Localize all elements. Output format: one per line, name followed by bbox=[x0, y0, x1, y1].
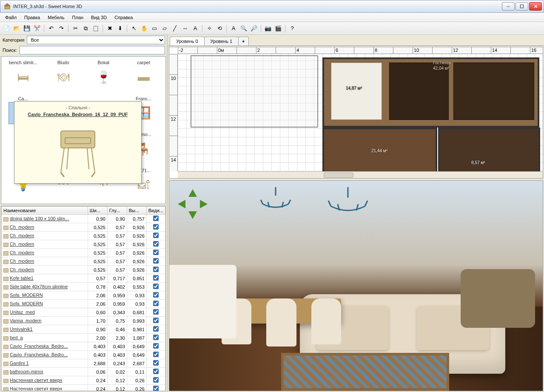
table-row[interactable]: Настенная светит вверх0,240,120,26 bbox=[2, 385, 165, 392]
wall-icon[interactable]: ▭ bbox=[150, 24, 159, 33]
nav-right-icon[interactable] bbox=[200, 200, 208, 208]
cut-icon[interactable]: ✂ bbox=[71, 24, 80, 33]
visibility-checkbox[interactable] bbox=[153, 352, 159, 357]
polyline-icon[interactable]: ╱ bbox=[170, 24, 179, 33]
visibility-checkbox[interactable] bbox=[153, 326, 159, 332]
visibility-checkbox[interactable] bbox=[153, 360, 159, 366]
column-header[interactable]: Види... bbox=[146, 207, 165, 215]
level-tab[interactable]: Уровень 1 bbox=[204, 37, 239, 45]
table-row[interactable]: Sofa_MODERN2,060,9590,93 bbox=[2, 291, 165, 300]
table-row[interactable]: Gardini 12,6880,2432,687 bbox=[2, 359, 165, 368]
visibility-checkbox[interactable] bbox=[153, 258, 159, 264]
plan-room[interactable] bbox=[438, 128, 540, 171]
table-row[interactable]: Side table 40x78cm slimline0,780,4020,55… bbox=[2, 283, 165, 291]
catalog-item[interactable]: Bokal🍷 bbox=[83, 58, 124, 94]
visibility-checkbox[interactable] bbox=[153, 250, 159, 255]
visibility-checkbox[interactable] bbox=[153, 275, 159, 281]
visibility-checkbox[interactable] bbox=[153, 216, 159, 221]
menu-Правка[interactable]: Правка bbox=[21, 14, 43, 21]
menu-Вид 3D[interactable]: Вид 3D bbox=[88, 14, 110, 21]
visibility-checkbox[interactable] bbox=[153, 386, 159, 391]
nav-left-icon[interactable] bbox=[178, 200, 185, 208]
table-row[interactable]: Ch_modern0,5250,570,926 bbox=[2, 232, 165, 240]
visibility-checkbox[interactable] bbox=[153, 267, 159, 272]
table-row[interactable]: Ch_modern0,5250,570,926 bbox=[2, 249, 165, 257]
visibility-checkbox[interactable] bbox=[153, 335, 159, 340]
open-file-icon[interactable]: 📂 bbox=[12, 24, 21, 33]
plan-outline[interactable] bbox=[191, 55, 318, 128]
table-row[interactable]: Umivalnik10,900,460,981 bbox=[2, 325, 165, 334]
text-icon[interactable]: A bbox=[191, 24, 200, 33]
plan-furniture[interactable] bbox=[331, 62, 382, 120]
search-input[interactable] bbox=[20, 46, 165, 54]
plan-view[interactable]: -20м246810121416 101214 Гостиная 42,04 м… bbox=[169, 47, 543, 179]
menu-План[interactable]: План bbox=[69, 14, 87, 21]
furniture-list[interactable]: НаименованиеШи...Глу...Вы...Види...dinin… bbox=[1, 206, 166, 391]
visibility-checkbox[interactable] bbox=[153, 241, 159, 247]
rotate-icon[interactable]: ⟲ bbox=[215, 24, 224, 33]
font-bold-icon[interactable]: A bbox=[229, 24, 238, 33]
room-icon[interactable]: ▱ bbox=[160, 24, 169, 33]
nav-up-icon[interactable] bbox=[188, 189, 197, 197]
furniture-catalog[interactable]: bench slimli...🛏Bludo🍽Bokal🍷carpet▬Ca...… bbox=[1, 56, 166, 204]
zoom-out-icon[interactable]: 🔎 bbox=[249, 24, 259, 33]
preferences-icon[interactable]: ✂️ bbox=[32, 24, 42, 33]
menu-Справка[interactable]: Справка bbox=[111, 14, 136, 21]
visibility-checkbox[interactable] bbox=[153, 369, 159, 374]
paste-icon[interactable]: 📋 bbox=[91, 24, 100, 33]
column-header[interactable]: Наименование bbox=[2, 207, 88, 215]
table-row[interactable]: Ch_modern0,5250,570,926 bbox=[2, 257, 165, 266]
table-row[interactable]: Ch_modern0,5250,570,926 bbox=[2, 266, 165, 274]
table-row[interactable]: Unitaz_med0,600,3430,681 bbox=[2, 308, 165, 317]
table-row[interactable]: Cavio_Francheska_Bedro...0,4030,4030,649 bbox=[2, 342, 165, 351]
visibility-checkbox[interactable] bbox=[153, 292, 159, 298]
compass-icon[interactable]: ✧ bbox=[205, 24, 214, 33]
visibility-checkbox[interactable] bbox=[153, 318, 159, 323]
table-row[interactable]: bed_a2,002,301,087 bbox=[2, 334, 165, 342]
table-row[interactable]: dining table 100 x 100 slim...0,900,900,… bbox=[2, 215, 165, 223]
copy-icon[interactable]: ⧉ bbox=[81, 24, 90, 33]
table-row[interactable]: Vanna_modern1,700,750,993 bbox=[2, 317, 165, 325]
plan-furniture[interactable] bbox=[389, 62, 449, 120]
nav-down-icon[interactable] bbox=[188, 211, 197, 219]
minimize-button[interactable]: ─ bbox=[502, 2, 515, 11]
select-icon[interactable]: ↖ bbox=[129, 24, 139, 33]
maximize-button[interactable]: ☐ bbox=[516, 2, 528, 11]
delete-icon[interactable]: ✖ bbox=[105, 24, 114, 33]
category-select[interactable]: Все bbox=[27, 36, 165, 44]
visibility-checkbox[interactable] bbox=[153, 343, 159, 349]
add-level-button[interactable]: + bbox=[238, 37, 248, 45]
camera-icon[interactable]: 📷 bbox=[263, 24, 273, 33]
catalog-item[interactable]: carpet▬ bbox=[124, 58, 164, 94]
catalog-item[interactable]: Bludo🍽 bbox=[43, 58, 84, 94]
undo-icon[interactable]: ↶ bbox=[46, 24, 56, 33]
table-row[interactable]: Kofe table10,570,7170,851 bbox=[2, 274, 165, 283]
dimension-icon[interactable]: ↔ bbox=[180, 24, 190, 33]
visibility-checkbox[interactable] bbox=[153, 233, 159, 238]
visibility-checkbox[interactable] bbox=[153, 224, 159, 230]
help-icon[interactable]: ? bbox=[288, 24, 297, 33]
redo-icon[interactable]: ↷ bbox=[57, 24, 66, 33]
column-header[interactable]: Вы... bbox=[127, 207, 146, 215]
3d-view[interactable] bbox=[169, 180, 543, 391]
video-icon[interactable]: 🎬 bbox=[273, 24, 283, 33]
column-header[interactable]: Глу... bbox=[107, 207, 127, 215]
zoom-in-icon[interactable]: 🔍 bbox=[239, 24, 248, 33]
table-row[interactable]: Ch_modern0,5250,570,926 bbox=[2, 223, 165, 232]
visibility-checkbox[interactable] bbox=[153, 309, 159, 315]
close-button[interactable]: ✕ bbox=[529, 2, 542, 11]
menu-Мебель[interactable]: Мебель bbox=[44, 14, 68, 21]
column-header[interactable]: Ши... bbox=[88, 207, 107, 215]
level-tab[interactable]: Уровень 0 bbox=[170, 37, 205, 45]
table-row[interactable]: Настенная светит вверх0,240,120,26 bbox=[2, 376, 165, 385]
pan-icon[interactable]: ✋ bbox=[140, 24, 149, 33]
table-row[interactable]: Cavio_Francheska_Bedro...0,4030,4030,649 bbox=[2, 351, 165, 359]
save-icon[interactable]: 💾 bbox=[22, 24, 31, 33]
plan-furniture[interactable] bbox=[453, 62, 534, 120]
new-file-icon[interactable]: 📄 bbox=[2, 24, 11, 33]
table-row[interactable]: Sofa_MODERN2,060,9590,93 bbox=[2, 300, 165, 308]
visibility-checkbox[interactable] bbox=[153, 301, 159, 306]
catalog-item[interactable]: bench slimli...🛏 bbox=[3, 58, 43, 94]
table-row[interactable]: bathroom-mirror0,060,020,11 bbox=[2, 368, 165, 376]
table-row[interactable]: Ch_modern0,5250,570,926 bbox=[2, 240, 165, 249]
